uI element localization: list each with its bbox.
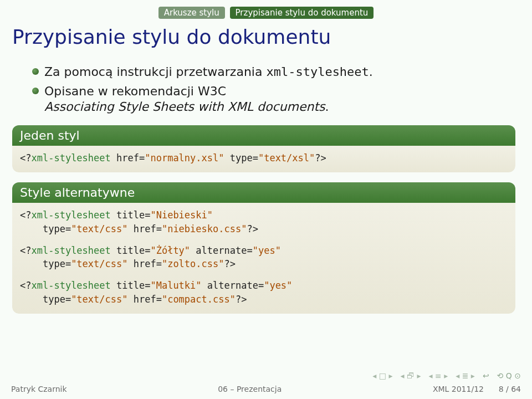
nav-prev-slide[interactable]: ◂ □ ▸	[372, 371, 392, 380]
nav-back[interactable]: ↩	[483, 371, 489, 380]
box-body: <?xml-stylesheet href="normalny.xsl" typ…	[12, 146, 515, 173]
code: href=	[111, 152, 145, 163]
nav-search[interactable]: ◂ ≣ ▸	[456, 371, 475, 380]
breadcrumb-subsection[interactable]: Przypisanie stylu do dokumentu	[230, 7, 374, 19]
code-string: "normalny.xsl"	[145, 152, 224, 163]
text: .	[369, 65, 373, 79]
code: href=	[127, 223, 161, 234]
code: href=	[127, 258, 161, 269]
text: .	[325, 100, 329, 114]
code-keyword: xml-stylesheet	[31, 209, 110, 221]
code: type=	[20, 258, 71, 269]
breadcrumb-section[interactable]: Arkusze stylu	[158, 7, 225, 19]
code: type=	[20, 294, 71, 305]
code: alternate=	[202, 280, 264, 291]
text: Opisane w rekomendacji W3C	[44, 84, 226, 98]
code: ?>	[224, 258, 236, 269]
code-line: type="text/css" href="compact.css"?>	[20, 293, 508, 306]
code-string: "text/css"	[71, 294, 127, 305]
box-header: Style alternatywne	[12, 182, 515, 203]
code-string: "text/css"	[71, 258, 127, 269]
code-keyword: xml-stylesheet	[31, 245, 116, 256]
bullet-text: Za pomocą instrukcji przetwarzania xml-s…	[44, 64, 373, 80]
spacer	[20, 271, 508, 279]
code-string: "Żółty"	[150, 245, 190, 256]
nav-prev-frame[interactable]: ◂ 🗗 ▸	[401, 371, 421, 380]
footer-title: 06 – Prezentacja	[218, 385, 282, 393]
code-string: "yes"	[253, 245, 281, 256]
code: <?	[20, 209, 31, 221]
code: <?	[20, 280, 31, 291]
code: type=	[20, 223, 71, 234]
code-keyword: xml-stylesheet	[31, 280, 116, 291]
bullet-icon	[32, 88, 39, 94]
code-line: <?xml-stylesheet title="Malutki" alterna…	[20, 279, 508, 293]
nav-zoom[interactable]: ⟲ Q ⊙	[497, 371, 521, 380]
code: type=	[224, 152, 258, 163]
code: <?	[20, 245, 31, 256]
code: <?	[20, 152, 31, 163]
spacer	[20, 236, 508, 244]
code: alternate=	[190, 245, 253, 256]
text-emphasis: Associating Style Sheets with XML docume…	[44, 100, 325, 114]
code-string: "text/xsl"	[258, 152, 315, 163]
code: ?>	[236, 294, 247, 305]
code-line: type="text/css" href="zolto.css"?>	[20, 257, 508, 271]
footer: Patryk Czarnik 06 – Prezentacja XML 2011…	[0, 385, 532, 393]
bullet-item: Opisane w rekomendacji W3C Associating S…	[32, 84, 515, 115]
code: ?>	[247, 223, 258, 234]
code: href=	[127, 294, 161, 305]
code: title=	[111, 209, 151, 221]
code-string: "Niebieski"	[150, 209, 213, 221]
page-title: Przypisanie stylu do dokumentu	[12, 25, 331, 48]
code-line: <?xml-stylesheet title="Żółty" alternate…	[20, 244, 508, 258]
code-box-single-style: Jeden styl <?xml-stylesheet href="normal…	[12, 125, 515, 173]
code-box-alt-styles: Style alternatywne <?xml-stylesheet titl…	[12, 182, 515, 314]
code-string: "zolto.css"	[162, 258, 224, 269]
box-body: <?xml-stylesheet title="Niebieski" type=…	[12, 203, 515, 314]
code-line: <?xml-stylesheet title="Niebieski"	[20, 208, 508, 222]
code-keyword: xml-stylesheet	[31, 152, 110, 163]
code: ?>	[315, 152, 326, 163]
footer-author: Patryk Czarnik	[11, 385, 67, 393]
code-string: "compact.css"	[162, 294, 236, 305]
footer-page: XML 2011/12 8 / 64	[433, 385, 521, 393]
text: Za pomocą instrukcji przetwarzania	[44, 65, 266, 79]
bullet-item: Za pomocą instrukcji przetwarzania xml-s…	[32, 64, 515, 80]
code-string: "yes"	[264, 280, 292, 291]
code-string: "text/css"	[71, 223, 127, 234]
code: title=	[116, 245, 150, 256]
slide-content: Za pomocą instrukcji przetwarzania xml-s…	[32, 64, 515, 314]
bullet-text: Opisane w rekomendacji W3C Associating S…	[44, 84, 329, 115]
code: title=	[116, 280, 150, 291]
box-header: Jeden styl	[12, 125, 515, 146]
code-inline: xml-stylesheet	[266, 65, 369, 79]
code-string: "Malutki"	[150, 280, 201, 291]
nav-prev-section[interactable]: ◂ ≡ ▸	[429, 371, 448, 380]
breadcrumb: Arkusze stylu Przypisanie stylu do dokum…	[0, 7, 532, 19]
code-line: type="text/css" href="niebiesko.css"?>	[20, 222, 508, 236]
nav-controls: ◂ □ ▸ ◂ 🗗 ▸ ◂ ≡ ▸ ◂ ≣ ▸ ↩ ⟲ Q ⊙	[372, 371, 521, 380]
bullet-icon	[32, 68, 39, 75]
code-string: "niebiesko.css"	[162, 223, 247, 234]
